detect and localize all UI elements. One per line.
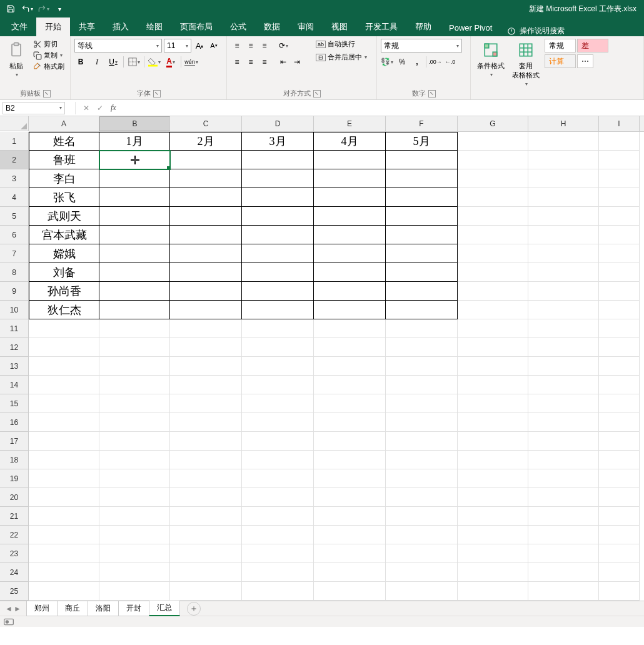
cell-A25[interactable] (29, 582, 99, 601)
cell-E21[interactable] (314, 507, 386, 526)
tab-formulas[interactable]: 公式 (221, 18, 255, 36)
orientation-icon[interactable]: ⟳▾ (277, 39, 289, 52)
row-header-16[interactable]: 16 (0, 413, 29, 432)
add-sheet-button[interactable]: ＋ (187, 602, 201, 616)
cell-D15[interactable] (242, 394, 314, 413)
cell-I7[interactable] (599, 244, 640, 263)
cell-G16[interactable] (458, 413, 528, 432)
cell-A22[interactable] (29, 526, 99, 544)
cell-D13[interactable] (242, 357, 314, 376)
cell-F17[interactable] (386, 432, 458, 451)
cell-C18[interactable] (170, 451, 242, 469)
cell-F20[interactable] (386, 488, 458, 507)
cell-E17[interactable] (314, 432, 386, 451)
cell-B7[interactable] (99, 244, 170, 263)
decrease-font-icon[interactable]: A▾ (208, 39, 220, 52)
cell-C15[interactable] (170, 394, 242, 413)
cell-B11[interactable] (99, 319, 170, 338)
row-header-11[interactable]: 11 (0, 319, 29, 338)
cell-B9[interactable] (99, 282, 170, 301)
cell-E10[interactable] (314, 301, 386, 319)
cell-F9[interactable] (386, 282, 458, 301)
cell-style-calc[interactable]: 计算 (545, 54, 576, 68)
cell-I17[interactable] (599, 432, 640, 451)
cell-G17[interactable] (458, 432, 528, 451)
cell-B4[interactable] (99, 188, 170, 207)
cell-B2[interactable] (99, 151, 170, 169)
cell-C3[interactable] (170, 169, 242, 188)
cell-G6[interactable] (458, 226, 528, 244)
font-color-button[interactable]: A▾ (164, 56, 177, 68)
cell-A15[interactable] (29, 394, 99, 413)
cell-D25[interactable] (242, 582, 314, 601)
cell-B10[interactable] (99, 301, 170, 319)
cell-G25[interactable] (458, 582, 528, 601)
row-header-25[interactable]: 25 (0, 582, 29, 601)
row-header-12[interactable]: 12 (0, 338, 29, 357)
row-header-17[interactable]: 17 (0, 432, 29, 451)
cell-I2[interactable] (599, 151, 640, 169)
enter-formula-icon[interactable]: ✓ (93, 102, 107, 114)
increase-font-icon[interactable]: A▴ (193, 39, 206, 52)
cell-A9[interactable]: 孙尚香 (29, 282, 99, 301)
tab-insert[interactable]: 插入 (104, 18, 138, 36)
cell-F22[interactable] (386, 526, 458, 544)
cell-G11[interactable] (458, 319, 528, 338)
sheet-tab-商丘[interactable]: 商丘 (57, 601, 88, 616)
cell-G7[interactable] (458, 244, 528, 263)
cell-A12[interactable] (29, 338, 99, 357)
cell-D24[interactable] (242, 563, 314, 582)
cancel-formula-icon[interactable]: ✕ (79, 102, 93, 114)
tab-data[interactable]: 数据 (255, 18, 289, 36)
cell-A1[interactable]: 姓名 (29, 132, 99, 151)
cell-C9[interactable] (170, 282, 242, 301)
accounting-format-icon[interactable]: 💱▾ (381, 56, 393, 68)
copy-button[interactable]: 复制▾ (31, 50, 66, 61)
cell-H24[interactable] (528, 563, 599, 582)
cell-D12[interactable] (242, 338, 314, 357)
cell-I20[interactable] (599, 488, 640, 507)
col-header-A[interactable]: A (29, 116, 99, 131)
alignment-launcher-icon[interactable]: ⤡ (313, 90, 321, 98)
cell-I11[interactable] (599, 319, 640, 338)
cell-A17[interactable] (29, 432, 99, 451)
align-left-icon[interactable]: ≡ (231, 56, 243, 68)
cell-A6[interactable]: 宫本武藏 (29, 226, 99, 244)
cell-I21[interactable] (599, 507, 640, 526)
tab-review[interactable]: 审阅 (289, 18, 323, 36)
cell-style-bad[interactable]: 差 (577, 39, 608, 52)
cell-H23[interactable] (528, 544, 599, 563)
cell-A20[interactable] (29, 488, 99, 507)
cell-I24[interactable] (599, 563, 640, 582)
cell-H7[interactable] (528, 244, 599, 263)
cell-E1[interactable]: 4月 (314, 132, 386, 151)
tab-share[interactable]: 共享 (70, 18, 104, 36)
row-header-1[interactable]: 1 (0, 132, 29, 151)
cell-I1[interactable] (599, 132, 640, 151)
decrease-indent-icon[interactable]: ⇤ (277, 56, 289, 68)
fill-color-button[interactable]: ▾ (148, 56, 161, 68)
cell-I19[interactable] (599, 469, 640, 488)
cell-I12[interactable] (599, 338, 640, 357)
cell-H25[interactable] (528, 582, 599, 601)
percent-format-icon[interactable]: % (396, 56, 408, 68)
cell-G1[interactable] (458, 132, 528, 151)
cell-D6[interactable] (242, 226, 314, 244)
tab-help[interactable]: 帮助 (406, 18, 440, 36)
row-header-18[interactable]: 18 (0, 451, 29, 469)
cell-F16[interactable] (386, 413, 458, 432)
cell-E24[interactable] (314, 563, 386, 582)
cell-I13[interactable] (599, 357, 640, 376)
cell-D1[interactable]: 3月 (242, 132, 314, 151)
cell-H20[interactable] (528, 488, 599, 507)
cell-D11[interactable] (242, 319, 314, 338)
cell-A2[interactable]: 鲁班 (29, 151, 99, 169)
row-header-13[interactable]: 13 (0, 357, 29, 376)
cell-E13[interactable] (314, 357, 386, 376)
cell-A11[interactable] (29, 319, 99, 338)
cell-C20[interactable] (170, 488, 242, 507)
cell-A13[interactable] (29, 357, 99, 376)
cell-F10[interactable] (386, 301, 458, 319)
cell-B13[interactable] (99, 357, 170, 376)
cell-B14[interactable] (99, 376, 170, 394)
